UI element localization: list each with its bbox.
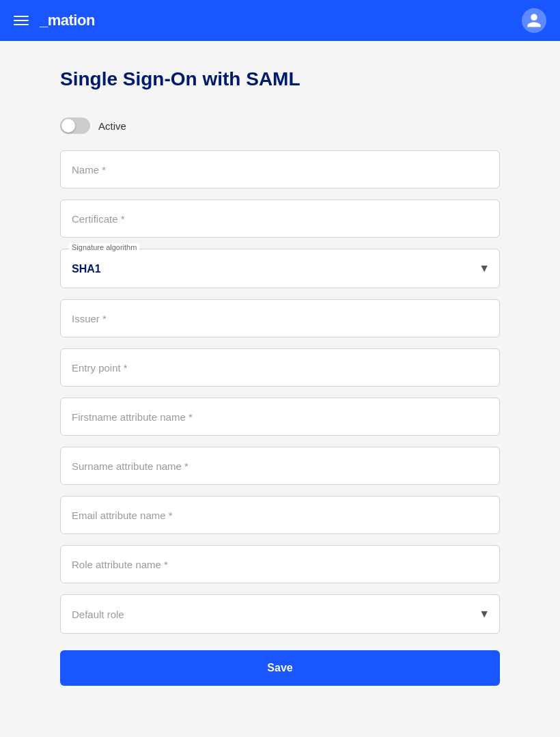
active-label: Active <box>98 120 126 132</box>
toggle-thumb <box>61 119 75 133</box>
surname-attr-field-group <box>60 447 500 485</box>
issuer-field-group <box>60 299 500 337</box>
page-title: Single Sign-On with SAML <box>60 68 500 90</box>
person-icon <box>526 12 542 29</box>
firstname-attr-input[interactable] <box>60 398 500 436</box>
issuer-input[interactable] <box>60 299 500 337</box>
signature-algorithm-label: Signature algorithm <box>69 243 139 251</box>
header: _mation <box>0 0 560 41</box>
certificate-field-group <box>60 199 500 238</box>
active-toggle-row: Active <box>60 117 500 134</box>
signature-algorithm-wrapper: Signature algorithm SHA1 SHA256 SHA512 ▼ <box>60 249 500 288</box>
logo-text: _mation <box>40 12 95 29</box>
logo: _mation <box>40 12 95 29</box>
default-role-select[interactable]: Default role <box>61 595 499 633</box>
header-left: _mation <box>14 12 95 29</box>
main-content: Single Sign-On with SAML Active Signatur… <box>0 41 560 737</box>
user-avatar-icon[interactable] <box>522 8 546 33</box>
role-attr-input[interactable] <box>60 545 500 583</box>
toggle-track <box>60 117 90 134</box>
role-attr-field-group <box>60 545 500 583</box>
save-button[interactable]: Save <box>60 650 500 686</box>
signature-algorithm-select[interactable]: SHA1 SHA256 SHA512 <box>61 249 499 288</box>
entry-point-input[interactable] <box>60 348 500 387</box>
name-input[interactable] <box>60 150 500 189</box>
email-attr-field-group <box>60 496 500 534</box>
active-toggle[interactable] <box>60 117 90 134</box>
entry-point-field-group <box>60 348 500 387</box>
default-role-wrapper: Default role ▼ <box>60 594 500 634</box>
surname-attr-input[interactable] <box>60 447 500 485</box>
certificate-input[interactable] <box>60 199 500 238</box>
firstname-attr-field-group <box>60 398 500 436</box>
name-field-group <box>60 150 500 189</box>
hamburger-menu-icon[interactable] <box>14 16 29 25</box>
email-attr-input[interactable] <box>60 496 500 534</box>
